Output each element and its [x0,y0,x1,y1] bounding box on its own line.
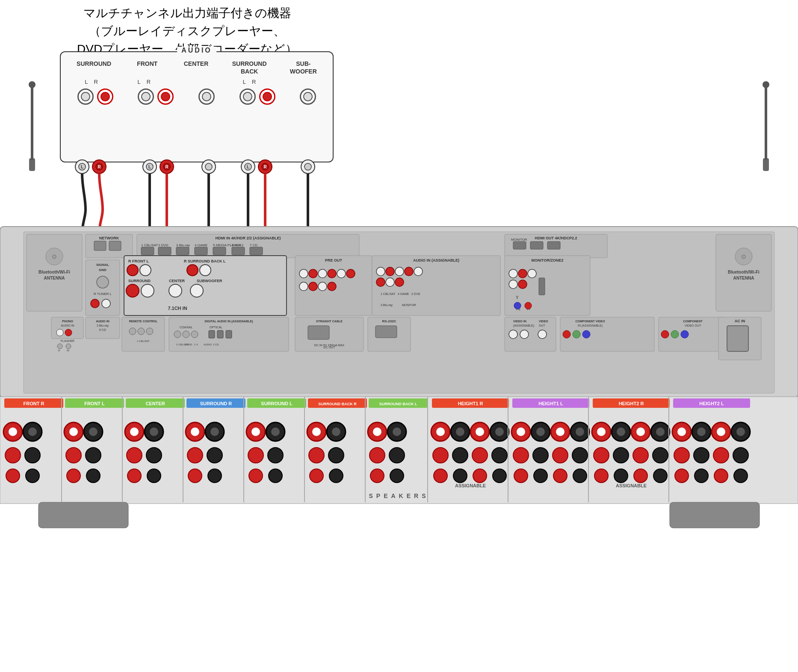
spk-t3-2 [26,469,39,483]
svg-text:3 Blu-ray: 3 Blu-ray [381,304,393,307]
zone2-3 [528,269,536,278]
network-section [86,234,133,258]
spk-t3-4 [86,469,100,483]
spk-front-r-pos-inner [9,427,17,436]
spk-label-sback-l [369,398,428,408]
ain-8 [395,278,404,286]
spk-h2r-neg2-inner [656,427,665,436]
svg-text:R TUNER L: R TUNER L [94,292,112,296]
spk-h1r-pos2 [470,422,489,441]
svg-text:SIGNAL: SIGNAL [96,263,109,267]
spk-h2l-row2-1 [674,448,689,463]
svg-text:R FRONT L: R FRONT L [128,259,149,263]
spk-h1r-pos2-inner [476,427,484,436]
flasher-port [57,344,62,349]
surround-l-rca [77,88,94,105]
spk-h2l-neg1-inner [697,427,706,436]
pre-out-6 [346,269,355,278]
svg-text:HEIGHT1 L: HEIGHT1 L [538,401,563,406]
spk-surr-l-neg-inner [271,427,280,436]
sub-rca [300,88,316,105]
center-single [184,79,210,85]
spk-h1r-row3-2 [453,469,467,483]
sback-cable-bot-r-inner [262,236,269,243]
svg-text:6 CD: 6 CD [99,328,106,331]
center-cable-top-inner [205,163,212,170]
comp-out-b [681,330,689,338]
surround-r-cable [99,174,103,234]
spk-h2r-row2-2 [613,448,629,463]
spk-h1l-row2-2 [533,448,548,463]
svg-text:SURROUND BACK R: SURROUND BACK R [318,402,357,406]
svg-text:CENTER: CENTER [169,279,185,283]
hdmi-in-3 [176,247,189,255]
audio-in-assignable-section [372,256,500,315]
spk-t3-8 [208,469,222,483]
spk-h2l-pos1-inner [677,427,686,436]
spk-sback-r-pos-inner [312,427,321,436]
svg-text:R: R [98,237,101,242]
svg-text:SURROUND R: SURROUND R [200,401,232,406]
comp-out-g [671,330,679,338]
7-1ch-box [124,256,287,315]
spk-sback-r-pos [307,422,326,441]
opt-2 [217,330,223,338]
comp-in-r [563,330,570,338]
spk-h2l-neg1 [692,422,711,441]
svg-text:REMOTE CONTROL: REMOTE CONTROL [129,320,158,323]
spk-label-center [126,398,185,408]
spk-h2l-pos2-inner [717,427,725,436]
svg-text:AUDIO IN: AUDIO IN [96,320,109,323]
video-in-1 [509,330,517,339]
spk-t3-6 [147,469,161,483]
tuner-l [102,299,110,308]
center-rca-conn [198,88,215,105]
coax-1 [174,331,181,338]
sub-cable-bot [301,233,315,246]
spk-h1l-pos2-inner [556,427,565,436]
spk-h2l-neg2 [731,422,750,441]
component-section [560,317,654,351]
sback-cable-top-r-inner [262,163,269,170]
svg-text:1 CBL/SAT: 1 CBL/SAT [141,243,158,247]
spk-h1r-row3-4 [493,469,506,483]
spk-sback-l-pos-b [369,448,385,463]
spk-h1l-neg1 [531,422,550,441]
spk-center-pos [125,422,144,441]
spk-center-neg [145,422,163,441]
spk-h1l-neg2-inner [576,427,584,436]
sback-cable-bot-l-inner [245,236,251,243]
spk-h1r-row2-3 [472,448,488,463]
surround-cable-bot-r [92,233,106,246]
pre-out-2 [309,269,317,278]
ain-4 [405,267,413,276]
svg-text:2 DVD: 2 DVD [158,243,168,247]
comp-in-b [582,330,590,338]
front-rca-pair [138,88,174,105]
svg-text:R: R [165,165,168,169]
svg-text:4 GAME: 4 GAME [398,292,409,295]
signal-gnd-screw [97,276,109,288]
center-label: CENTER [183,60,209,75]
spk-sback-r-neg [327,422,346,441]
sub-rca-conn [300,88,316,105]
sub-cable-bot-inner [304,236,311,243]
71-front-r [127,265,138,276]
spk-h2l-row3-4 [734,469,748,483]
spk-h2r-pos2-inner [636,427,645,436]
svg-text:SURROUND BACK L: SURROUND BACK L [379,402,417,406]
svg-text:L: L [247,237,249,242]
spk-h1r-row2-2 [452,448,468,463]
zone2-hdmi [539,278,545,295]
spk-front-l-pos-inner [69,427,78,436]
hdmi-in-6 [232,247,245,255]
phono-section [51,317,83,339]
svg-text:L: L [81,165,83,169]
spk-t3-7 [188,469,202,483]
receiver-body [0,227,798,398]
speakers-label: SPEAKERS [369,492,429,499]
surround-cable-top-r-inner [96,163,103,170]
svg-text:⊙: ⊙ [52,253,57,260]
spk-h1l-pos1-inner [517,427,525,436]
svg-text:SUBWOOFER: SUBWOOFER [197,279,222,283]
